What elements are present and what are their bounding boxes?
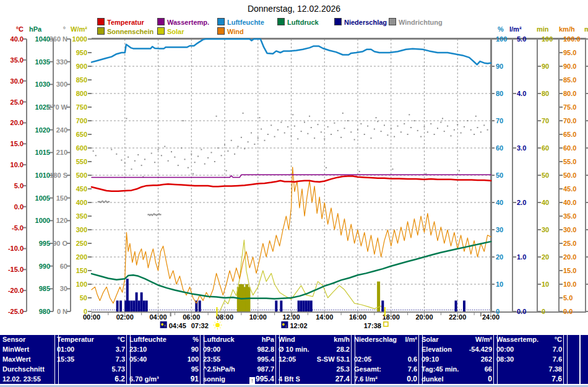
series-dot-windrichtung: [126, 118, 127, 119]
series-bar-niederschlag: [133, 300, 136, 311]
axis-label-hpa: 1035: [35, 58, 50, 66]
axis-label-percent: 80: [496, 90, 503, 97]
series-dot-windrichtung: [160, 214, 162, 215]
table-col-solar: SolarW/m²Elevation-54.42909:10262Tag:45 …: [422, 335, 492, 384]
cell-value: ↑995.4: [249, 375, 274, 385]
series-bar-niederschlag: [305, 300, 308, 311]
axis-label-lm2: 5.0: [517, 35, 526, 43]
series-dot-windrichtung: [437, 128, 438, 129]
sunrise-sun-ray: [215, 328, 215, 328]
axis-label-wm2: 200: [76, 253, 87, 261]
table-col-luftdruck: LuftdruckhPa09:00982.823:55995.4^2.5hPa/…: [203, 335, 274, 384]
cell-value: 0.6: [408, 355, 417, 365]
weather-station-panel: Donnerstag, 12.02.2026 TemperaturWassert…: [0, 0, 588, 387]
cell-value: -54.429: [469, 345, 492, 355]
x-axis-label: 02:00: [116, 313, 134, 321]
series-dot-windrichtung: [400, 131, 402, 133]
axis-label-wm2: 950: [76, 49, 87, 56]
cell-label: 05:40: [129, 355, 147, 365]
series-dot-windrichtung: [417, 130, 418, 131]
cell-value: 262: [481, 355, 492, 365]
series-bar-niederschlag: [300, 300, 303, 311]
series-dot-windrichtung: [430, 123, 431, 124]
series-dot-windrichtung: [194, 162, 196, 163]
series-dot-windrichtung: [347, 120, 348, 121]
series-dot-windrichtung: [357, 129, 358, 131]
sunrise-time: 07:32: [191, 322, 209, 329]
axis-label-percent: 90: [496, 63, 503, 70]
sunset-time: 17:38: [364, 322, 381, 329]
table-row-label: Durchschnitt: [2, 365, 54, 375]
axis-label-hpa: 995: [39, 240, 50, 247]
series-dot-windrichtung: [291, 135, 292, 136]
series-dot-windrichtung: [483, 124, 485, 126]
cell-value: 0: [488, 375, 492, 385]
axis-label-kmh: 5.0: [563, 294, 573, 302]
table-col-luftfeuchte: Luftfeuchte%23:109005:40100956.70 g/m³91: [129, 335, 199, 384]
series-dot-windrichtung: [413, 120, 415, 121]
series-dot-windrichtung: [231, 140, 232, 141]
series-dot-windrichtung: [248, 141, 249, 142]
series-bar-niederschlag: [280, 300, 282, 311]
cell-value: 95: [191, 365, 199, 375]
axis-label-hpa: 1015: [35, 149, 50, 156]
axis-label-wm2: 450: [76, 185, 87, 193]
axis-label-kmh: 50.0: [563, 172, 576, 179]
series-dot-windrichtung: [397, 126, 399, 127]
axis-label-lm2: 4.0: [517, 90, 526, 97]
series-bar-niederschlag: [275, 300, 277, 311]
axis-header-deg: °: [63, 25, 66, 33]
series-dot-windrichtung: [324, 138, 325, 139]
col-unit: °C: [555, 335, 562, 345]
series-bar-niederschlag: [141, 292, 143, 311]
cell-label: dunkel: [422, 375, 443, 385]
series-dot-windrichtung: [470, 129, 472, 131]
series-bar-niederschlag: [131, 300, 133, 311]
series-dot-windrichtung: [467, 120, 468, 121]
table-cell-row: 01:003.7: [57, 345, 125, 355]
col-name: Wassertemp.: [496, 335, 538, 345]
sunrise-sun-ray: [220, 328, 220, 328]
series-bar-niederschlag: [303, 300, 305, 311]
axis-label-temp_c: 40.0: [11, 35, 24, 43]
axis-label-temp_c: 0.0: [14, 203, 24, 211]
sensor-stats-table: SensorMinWertMaxWertDurchschnitt12.02. 2…: [0, 334, 588, 384]
cell-label: Elevation: [422, 345, 452, 355]
series-dot-windrichtung: [464, 126, 465, 128]
series-dot-windrichtung: [409, 114, 410, 115]
table-row-label: MinWert: [2, 345, 54, 355]
series-dot-windrichtung: [334, 123, 335, 124]
series-dot-windrichtung: [440, 121, 441, 123]
axis-label-percent: 40: [496, 199, 503, 206]
series-dot-windrichtung: [134, 160, 136, 162]
axis-label-kmh: 55.0: [563, 158, 576, 165]
series-dot-windrichtung: [360, 123, 361, 124]
series-dot-windrichtung: [183, 120, 184, 121]
moonset-time: 12:02: [290, 322, 307, 329]
series-dot-windrichtung: [326, 167, 327, 168]
x-axis-label: 00:00: [83, 313, 100, 321]
cell-value: 7.3: [116, 355, 125, 365]
series-dot-windrichtung: [238, 146, 239, 147]
table-cell-row: 5.73: [57, 365, 125, 375]
axis-label-percent: 20: [496, 253, 503, 261]
x-axis-label: 08:00: [216, 313, 233, 321]
table-cell-row: Tag:45 min.66: [422, 365, 492, 375]
cell-value: 28.2: [337, 345, 350, 355]
moonrise-icon-arrow: ↑: [163, 323, 166, 329]
axis-label-kmh: 15.0: [563, 267, 576, 274]
axis-label-deg: 150: [56, 194, 67, 202]
col-name: Temperatur: [57, 335, 94, 345]
axis-label-wm2: 50: [80, 294, 87, 302]
table-col-temperatur: Temperatur°C01:003.715:357.35.736.2: [57, 335, 125, 384]
series-dot-windrichtung: [473, 134, 475, 135]
cell-value: 91: [191, 375, 199, 385]
series-dot-windrichtung: [297, 138, 298, 139]
series-dot-windrichtung: [457, 124, 458, 125]
x-axis-label: 22:00: [449, 313, 466, 321]
series-dot-windrichtung: [392, 168, 393, 170]
series-dot-windrichtung: [174, 157, 175, 158]
axis-label-wm2: 300: [76, 226, 87, 233]
table-cell-row: sonnig↑995.4: [203, 375, 274, 385]
table-col-header: Niederschlagl/m²: [354, 335, 417, 345]
